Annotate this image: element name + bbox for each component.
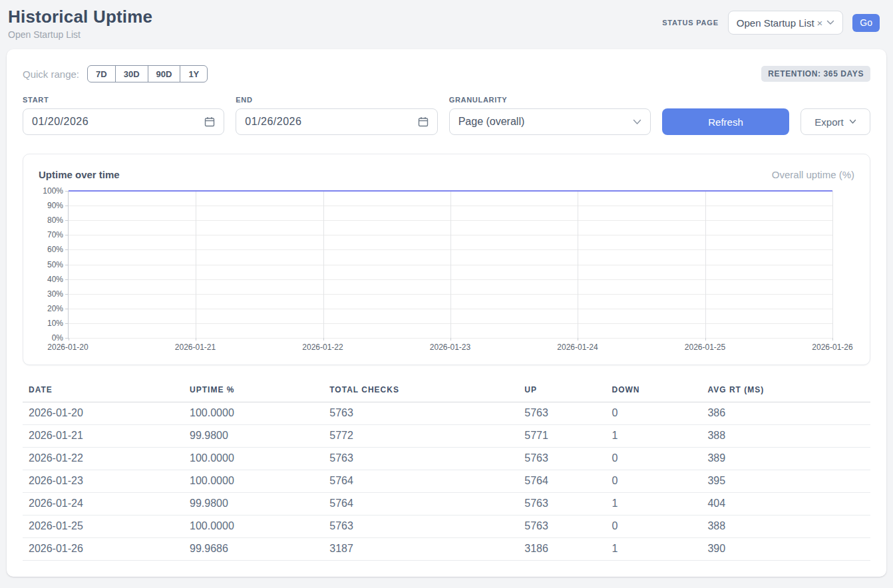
y-axis-tick-label: 0% — [52, 333, 63, 343]
x-axis-tick-label: 2026-01-20 — [47, 343, 88, 352]
table-cell: 0 — [606, 470, 701, 493]
y-axis-tick-label: 100% — [43, 186, 63, 196]
table-cell: 5763 — [323, 402, 518, 425]
table-row: 2026-01-2499.9800576457631404 — [23, 493, 870, 515]
y-axis-tick-label: 70% — [47, 230, 63, 239]
start-date-input[interactable]: 01/20/2026 — [23, 108, 224, 135]
table-cell: 99.9800 — [184, 425, 323, 448]
uptime-chart-card: Uptime over time Overall uptime (%) 0%10… — [23, 154, 870, 365]
table-row: 2026-01-22100.0000576357630389 — [23, 448, 870, 470]
table-cell: 5764 — [323, 470, 518, 493]
table-cell: 389 — [701, 448, 870, 470]
chevron-down-icon — [633, 119, 641, 125]
title-block: Historical Uptime Open Startup List — [8, 7, 152, 40]
table-row: 2026-01-23100.0000576457640395 — [23, 470, 870, 493]
refresh-button[interactable]: Refresh — [662, 108, 789, 135]
table-row: 2026-01-2699.9686318731861390 — [23, 538, 870, 561]
column-header-total-checks: TOTAL CHECKS — [323, 381, 518, 402]
column-header-avg-rt-ms: AVG RT (MS) — [701, 381, 870, 402]
chevron-down-icon — [849, 119, 856, 124]
x-axis-tick-label: 2026-01-25 — [685, 343, 725, 352]
header-controls: STATUS PAGE Open Startup List × Go — [662, 11, 880, 35]
table-cell: 5764 — [518, 470, 606, 493]
table-cell: 2026-01-23 — [23, 470, 184, 493]
calendar-icon[interactable] — [418, 116, 429, 127]
quick-range-7d-button[interactable]: 7D — [87, 65, 116, 82]
quick-range-1y-button[interactable]: 1Y — [180, 65, 208, 82]
x-axis-tick-label: 2026-01-22 — [302, 343, 343, 352]
table-body: 2026-01-20100.00005763576303862026-01-21… — [23, 402, 870, 561]
chevron-down-icon — [826, 20, 834, 25]
chart-body: 0%10%20%30%40%50%60%70%80%90%100% — [39, 191, 854, 338]
start-label: START — [23, 96, 224, 104]
table-cell: 2026-01-26 — [23, 538, 184, 561]
table-cell: 100.0000 — [184, 470, 323, 493]
export-button[interactable]: Export — [801, 108, 870, 135]
table-row: 2026-01-2199.9800577257711388 — [23, 425, 870, 448]
table-cell: 5763 — [518, 402, 606, 425]
status-page-value: Open Startup List — [737, 17, 814, 29]
table-row: 2026-01-25100.0000576357630388 — [23, 515, 870, 538]
table-cell: 5763 — [518, 493, 606, 515]
quick-range-90d-button[interactable]: 90D — [148, 65, 181, 82]
y-axis-tick-label: 30% — [47, 289, 63, 299]
uptime-table: DATEUPTIME %TOTAL CHECKSUPDOWNAVG RT (MS… — [23, 381, 870, 561]
table-cell: 100.0000 — [184, 402, 323, 425]
column-header-down: DOWN — [606, 381, 701, 402]
table-cell: 5763 — [518, 448, 606, 470]
table-header-row: DATEUPTIME %TOTAL CHECKSUPDOWNAVG RT (MS… — [23, 381, 870, 402]
x-axis-tick-label: 2026-01-26 — [812, 343, 852, 352]
table-cell: 100.0000 — [184, 515, 323, 538]
table-cell: 3186 — [518, 538, 606, 561]
table-cell: 5772 — [323, 425, 518, 448]
filter-form-row: START 01/20/2026 END 01/26/2026 — [23, 96, 870, 135]
chart-header: Uptime over time Overall uptime (%) — [39, 169, 854, 180]
x-axis-tick — [832, 338, 833, 341]
table-cell: 2026-01-21 — [23, 425, 184, 448]
uptime-line-series — [69, 191, 832, 338]
status-page-select[interactable]: Open Startup List × — [728, 11, 844, 35]
start-date-value: 01/20/2026 — [32, 116, 89, 128]
table-cell: 5763 — [518, 515, 606, 538]
vertical-gridline — [832, 191, 833, 338]
quick-range-label: Quick range: — [23, 69, 79, 80]
page-subtitle: Open Startup List — [8, 29, 152, 40]
end-date-value: 01/26/2026 — [245, 116, 301, 128]
table-cell: 5763 — [323, 448, 518, 470]
y-axis-tick-label: 20% — [47, 304, 63, 313]
table-row: 2026-01-20100.0000576357630386 — [23, 402, 870, 425]
granularity-label: GRANULARITY — [449, 96, 651, 104]
end-label: END — [236, 96, 437, 104]
go-button[interactable]: Go — [852, 14, 880, 32]
chart-x-labels: 2026-01-202026-01-212026-01-222026-01-23… — [68, 338, 832, 353]
table-cell: 388 — [701, 425, 870, 448]
table-cell: 99.9800 — [184, 493, 323, 515]
y-axis-tick-label: 60% — [47, 245, 63, 254]
calendar-icon[interactable] — [204, 116, 215, 127]
table-cell: 2026-01-25 — [23, 515, 184, 538]
granularity-select[interactable]: Page (overall) — [449, 108, 651, 135]
column-header-date: DATE — [23, 381, 184, 402]
quick-range-30d-button[interactable]: 30D — [115, 65, 148, 82]
page-title: Historical Uptime — [8, 7, 152, 27]
x-axis-tick-label: 2026-01-24 — [557, 343, 598, 352]
end-date-input[interactable]: 01/26/2026 — [236, 108, 437, 135]
status-page-label: STATUS PAGE — [662, 19, 719, 27]
table-cell: 1 — [606, 538, 701, 561]
table-cell: 0 — [606, 448, 701, 470]
table-cell: 1 — [606, 425, 701, 448]
main-card: Quick range: 7D30D90D1Y RETENTION: 365 D… — [7, 49, 886, 577]
table-cell: 395 — [701, 470, 870, 493]
start-date-group: START 01/20/2026 — [23, 96, 224, 135]
table-cell: 5763 — [323, 515, 518, 538]
chart-legend: Overall uptime (%) — [772, 169, 854, 180]
clear-icon[interactable]: × — [817, 17, 823, 29]
export-label: Export — [814, 116, 843, 128]
y-axis-tick-label: 80% — [47, 216, 63, 225]
table-cell: 3187 — [323, 538, 518, 561]
uptime-chart-plot — [68, 191, 832, 338]
table-cell: 5771 — [518, 425, 606, 448]
retention-badge: RETENTION: 365 DAYS — [761, 66, 870, 82]
top-header: Historical Uptime Open Startup List STAT… — [0, 0, 893, 49]
quick-range-group: 7D30D90D1Y — [87, 65, 208, 82]
